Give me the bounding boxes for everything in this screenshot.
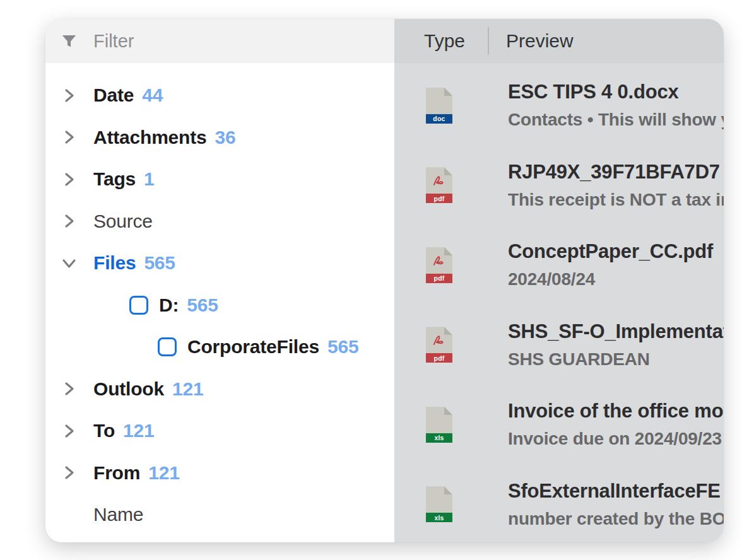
tree-item-name[interactable]: Name [45, 494, 394, 536]
filter-tree: Date 44 Attachments 36 Tags 1 Source Fil… [45, 63, 394, 542]
chevron-right-icon[interactable] [61, 464, 78, 481]
result-subtitle: number created by the BO [508, 508, 724, 530]
result-row[interactable]: xls SfoExternalInterfaceFE number create… [394, 465, 724, 543]
filter-placeholder: Filter [93, 31, 134, 52]
result-subtitle: Contacts • This will show y [508, 109, 724, 131]
result-subtitle: Invoice due on 2024/09/23 [508, 428, 724, 450]
result-title: SfoExternalInterfaceFE [508, 479, 724, 503]
column-header-type: Type [424, 30, 488, 52]
result-row[interactable]: pdf ConceptPaper_CC.pdf 2024/08/24 [394, 225, 724, 305]
result-title: ESC TIPS 4 0.docx [508, 80, 724, 104]
tree-item-to[interactable]: To 121 [45, 410, 394, 452]
checkbox-drive-d[interactable] [129, 296, 148, 315]
tree-item-label: Date [93, 85, 134, 106]
result-row[interactable]: xls Invoice of the office mov Invoice du… [394, 385, 724, 465]
result-title: RJP49X_39F71BFA7D7 [508, 160, 724, 184]
pdf-file-icon: pdf [426, 167, 452, 203]
result-title: ConceptPaper_CC.pdf [508, 240, 724, 264]
result-subtitle: 2024/08/24 [508, 269, 724, 290]
xls-file-icon: xls [426, 486, 452, 522]
chevron-right-icon[interactable] [61, 380, 78, 397]
chevron-right-icon[interactable] [61, 213, 78, 230]
tree-item-files[interactable]: Files 565 [45, 242, 394, 284]
tree-item-tags[interactable]: Tags 1 [45, 158, 394, 201]
chevron-right-icon[interactable] [61, 87, 78, 104]
tree-item-label: Name [93, 504, 143, 525]
result-subtitle: This receipt is NOT a tax in [508, 189, 724, 211]
filter-panel: Filter Date 44 Attachments 36 Tags 1 Sou… [45, 19, 394, 542]
filter-funnel-icon [61, 33, 78, 50]
tree-item-count: 565 [327, 336, 358, 358]
results-panel: Type Preview doc ESC TIPS 4 0.docx Conta… [394, 19, 724, 542]
tree-item-label: To [93, 420, 115, 441]
column-divider [488, 27, 489, 55]
chevron-right-icon[interactable] [61, 129, 78, 146]
results-list: doc ESC TIPS 4 0.docx Contacts • This wi… [394, 63, 724, 542]
chevron-right-icon[interactable] [61, 423, 78, 440]
checkbox-corporatefiles[interactable] [158, 337, 177, 356]
tree-item-corporatefiles[interactable]: CorporateFiles 565 [45, 326, 394, 368]
tree-item-count: 36 [215, 127, 236, 148]
tree-item-label: Tags [93, 168, 136, 190]
tree-item-attachments[interactable]: Attachments 36 [45, 117, 394, 159]
tree-item-label: Files [93, 252, 136, 274]
tree-item-count: 565 [144, 252, 175, 274]
tree-item-source[interactable]: Source [45, 201, 394, 243]
file-type-badge: doc [426, 114, 452, 124]
tree-item-label: Outlook [93, 378, 164, 400]
chevron-right-icon[interactable] [61, 171, 78, 188]
result-title: Invoice of the office mov [508, 399, 724, 423]
search-filter-window: Filter Date 44 Attachments 36 Tags 1 Sou… [45, 19, 724, 542]
column-header-preview: Preview [506, 30, 574, 52]
results-header: Type Preview [394, 19, 724, 63]
tree-item-count: 121 [148, 462, 179, 484]
xls-file-icon: xls [426, 407, 452, 443]
result-row[interactable]: pdf RJP49X_39F71BFA7D7 This receipt is N… [394, 146, 724, 226]
file-type-badge: xls [426, 513, 452, 522]
tree-item-from[interactable]: From 121 [45, 452, 394, 494]
file-type-badge: pdf [426, 353, 452, 363]
pdf-file-icon: pdf [426, 327, 452, 363]
tree-item-date[interactable]: Date 44 [45, 74, 394, 117]
file-type-badge: pdf [426, 274, 452, 283]
tree-item-count: 44 [142, 85, 163, 106]
result-subtitle: SHS GUARDEAN [508, 349, 724, 370]
tree-item-count: 121 [123, 420, 154, 441]
tree-item-label: D: [159, 295, 179, 316]
file-type-badge: xls [426, 433, 452, 443]
tree-item-count: 1 [144, 168, 155, 190]
tree-item-label: Attachments [93, 127, 207, 148]
chevron-down-icon[interactable] [61, 255, 78, 272]
tree-item-count: 565 [187, 295, 218, 316]
file-type-badge: pdf [426, 194, 452, 203]
doc-file-icon: doc [426, 88, 452, 124]
filter-input[interactable]: Filter [45, 19, 394, 63]
result-row[interactable]: pdf SHS_SF-O_Implementat SHS GUARDEAN [394, 305, 724, 385]
tree-item-label: CorporateFiles [187, 336, 319, 358]
result-title: SHS_SF-O_Implementat [508, 320, 724, 344]
result-row[interactable]: doc ESC TIPS 4 0.docx Contacts • This wi… [394, 66, 724, 146]
tree-item-label: From [93, 462, 140, 484]
pdf-file-icon: pdf [426, 247, 452, 283]
tree-item-drive-d[interactable]: D: 565 [45, 284, 394, 327]
tree-item-label: Source [93, 211, 153, 232]
tree-item-outlook[interactable]: Outlook 121 [45, 368, 394, 411]
tree-item-count: 121 [172, 378, 203, 400]
